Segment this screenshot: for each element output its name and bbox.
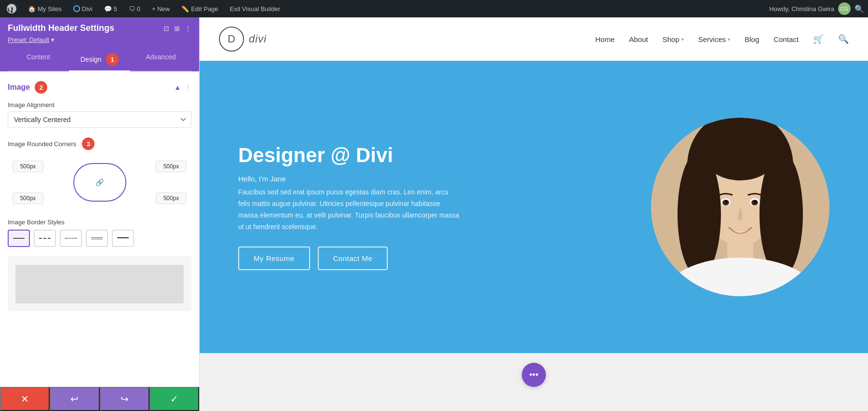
- save-button[interactable]: ✓: [149, 387, 199, 411]
- tab-design-label: Design: [81, 55, 102, 63]
- comment-count-icon: 💬: [104, 5, 112, 13]
- step-badge-2: 2: [35, 81, 47, 94]
- menu-item-about[interactable]: About: [629, 35, 648, 43]
- comment-zero-item[interactable]: 🗨 0: [126, 5, 143, 13]
- menu-item-contact-label: Contact: [773, 35, 799, 43]
- divi-icon: [73, 5, 80, 12]
- cancel-button[interactable]: ✕: [0, 387, 50, 411]
- floating-action-button[interactable]: •••: [522, 363, 546, 387]
- site-menu: Home About Shop ▾ Services ▾ Blog Contac: [595, 34, 849, 44]
- resume-button-label: My Resume: [254, 254, 295, 262]
- border-style-double-btn[interactable]: [86, 230, 108, 247]
- border-style-double-icon: [91, 237, 103, 239]
- logo-circle-icon: D: [219, 27, 244, 52]
- image-alignment-group: Image Alignment Vertically Centered Top …: [8, 101, 191, 128]
- avatar-circle: [651, 118, 829, 296]
- panel-tabs: Content Design 1 Advanced: [8, 48, 191, 71]
- site-name-label: Divi: [82, 5, 93, 13]
- contact-button-label: Contact Me: [333, 254, 373, 262]
- panel-menu-icon[interactable]: ⋮: [185, 25, 191, 32]
- menu-item-about-label: About: [629, 35, 648, 43]
- floating-btn-icon: •••: [529, 370, 539, 380]
- panel-resize-icon[interactable]: ⊡: [163, 25, 169, 32]
- corner-shape-preview[interactable]: 🔗: [73, 163, 126, 202]
- resume-button[interactable]: My Resume: [238, 247, 310, 270]
- redo-button[interactable]: ↪: [100, 387, 149, 411]
- menu-item-services[interactable]: Services ▾: [698, 35, 731, 43]
- tab-design[interactable]: Design 1: [69, 48, 130, 70]
- border-style-dotted-btn[interactable]: [60, 230, 82, 247]
- tab-content[interactable]: Content: [8, 48, 69, 70]
- preset-row[interactable]: Preset: Default ▾: [8, 36, 191, 43]
- comment-zero-icon: 🗨: [129, 5, 135, 13]
- comment-count-item[interactable]: 💬 5: [101, 5, 120, 13]
- border-style-groove-btn[interactable]: [112, 230, 134, 247]
- corner-br-input[interactable]: [156, 192, 187, 204]
- below-hero-section: •••: [200, 353, 868, 411]
- redo-icon: ↪: [121, 393, 129, 405]
- menu-item-shop[interactable]: Shop ▾: [663, 35, 684, 43]
- my-sites-label: My Sites: [38, 5, 62, 13]
- howdy-area: Howdy, Christina Gwira CG 🔍: [769, 2, 864, 15]
- nav-search-icon[interactable]: 🔍: [838, 34, 849, 44]
- collapse-icon[interactable]: ▲: [174, 83, 181, 91]
- panel-header: Fullwidth Header Settings ⊡ ⊞ ⋮ Preset: …: [0, 17, 199, 71]
- section-controls: ▲ ⋮: [174, 83, 191, 91]
- image-alignment-select[interactable]: Vertically Centered Top Bottom: [8, 111, 191, 128]
- hero-title: Designer @ Divi: [238, 144, 632, 167]
- cart-icon[interactable]: 🛒: [813, 34, 824, 44]
- tab-advanced[interactable]: Advanced: [130, 48, 191, 70]
- corner-tr-input[interactable]: [156, 161, 187, 172]
- settings-panel: Fullwidth Header Settings ⊡ ⊞ ⋮ Preset: …: [0, 17, 200, 411]
- my-sites-item[interactable]: 🏠 My Sites: [25, 5, 65, 13]
- edit-page-label: Edit Page: [191, 5, 218, 13]
- panel-content: Image 2 ▲ ⋮ Image Alignment Vertically C…: [0, 71, 199, 387]
- rounded-corners-heading: Image Rounded Corners 3: [8, 137, 191, 150]
- panel-title-row: Fullwidth Header Settings ⊡ ⊞ ⋮: [8, 23, 191, 33]
- menu-item-contact[interactable]: Contact: [773, 35, 799, 43]
- image-rounded-corners-group: Image Rounded Corners 3 🔗: [8, 137, 191, 209]
- menu-item-services-label: Services: [698, 35, 726, 43]
- border-style-groove-icon: [117, 237, 129, 239]
- search-icon[interactable]: 🔍: [854, 4, 864, 14]
- svg-point-12: [725, 200, 728, 203]
- services-dropdown-arrow: ▾: [728, 37, 730, 42]
- wp-logo-item[interactable]: [4, 4, 19, 14]
- contact-button[interactable]: Contact Me: [318, 247, 388, 270]
- corner-bl-input[interactable]: [13, 192, 43, 204]
- hero-buttons-row: My Resume Contact Me: [238, 247, 632, 270]
- user-avatar: CG: [838, 2, 851, 15]
- hero-subtitle: Hello, I'm Jane: [238, 175, 632, 183]
- site-name-item[interactable]: Divi: [70, 5, 95, 13]
- border-styles-row: [8, 230, 191, 247]
- border-style-dashed-btn[interactable]: [34, 230, 56, 247]
- person-image: [651, 118, 829, 296]
- edit-page-item[interactable]: ✏️ Edit Page: [178, 5, 221, 13]
- exit-builder-item[interactable]: Exit Visual Builder: [227, 5, 284, 13]
- site-nav: D divi Home About Shop ▾ Services ▾: [200, 17, 868, 61]
- image-border-styles-label: Image Border Styles: [8, 219, 191, 226]
- new-label: + New: [152, 5, 170, 13]
- panel-split-icon[interactable]: ⊞: [174, 25, 180, 32]
- border-style-solid-icon: [13, 238, 25, 239]
- comment-count-label: 5: [114, 5, 117, 13]
- image-alignment-label: Image Alignment: [8, 101, 191, 109]
- image-border-styles-group: Image Border Styles: [8, 219, 191, 247]
- shop-dropdown-arrow: ▾: [681, 37, 684, 42]
- site-logo: D divi: [219, 27, 267, 52]
- border-style-dashed-icon: [39, 238, 51, 239]
- undo-button[interactable]: ↩: [50, 387, 99, 411]
- panel-title: Fullwidth Header Settings: [8, 23, 114, 33]
- border-style-solid-btn[interactable]: [8, 230, 30, 247]
- hero-description: Faucibus sed sed erat ipsum purus egesta…: [238, 187, 460, 233]
- section-menu-icon[interactable]: ⋮: [185, 83, 191, 91]
- corner-tl-input[interactable]: [13, 161, 43, 172]
- edit-icon: ✏️: [181, 5, 189, 13]
- menu-item-blog[interactable]: Blog: [745, 35, 759, 43]
- menu-item-home[interactable]: Home: [595, 35, 614, 43]
- tab-content-label: Content: [27, 53, 50, 61]
- howdy-text: Howdy, Christina Gwira: [769, 5, 834, 13]
- rounded-corners-label: Image Rounded Corners: [8, 140, 76, 148]
- menu-item-home-label: Home: [595, 35, 614, 43]
- new-item[interactable]: + New: [149, 5, 173, 13]
